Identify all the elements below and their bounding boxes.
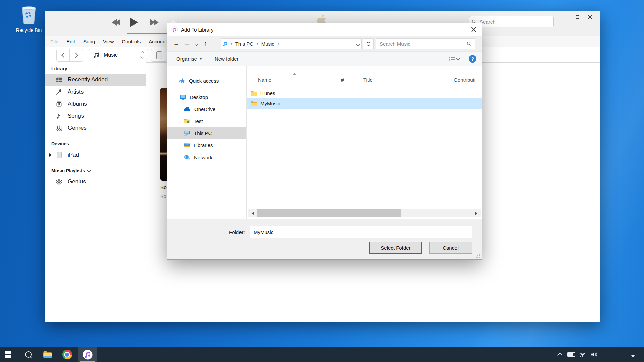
action-center-button[interactable] <box>627 347 638 362</box>
chevron-left-icon <box>61 53 66 58</box>
play-button[interactable] <box>130 17 138 29</box>
taskbar-itunes[interactable] <box>78 347 97 362</box>
menu-song[interactable]: Song <box>83 39 95 44</box>
itunes-icon <box>83 350 93 360</box>
column-header-number[interactable]: # <box>341 75 344 85</box>
column-header-name[interactable]: Name <box>258 75 271 85</box>
nav-forward-icon[interactable]: → <box>182 40 193 47</box>
itunes-search-input[interactable] <box>479 19 544 25</box>
breadcrumb-music[interactable]: Music <box>261 41 274 47</box>
place-onedrive[interactable]: OneDrive <box>167 103 246 115</box>
file-row-mymusic[interactable]: MyMusic <box>247 98 482 109</box>
column-header-contributing[interactable]: Contributi <box>454 75 481 85</box>
itunes-search-box[interactable] <box>469 16 554 27</box>
sidebar-item-label: Genres <box>68 125 87 131</box>
new-folder-button[interactable]: New folder <box>215 56 239 62</box>
dialog-search-box[interactable] <box>376 38 475 49</box>
sidebar-item-label: iPad <box>68 152 79 158</box>
place-label: Test <box>194 118 203 124</box>
refresh-button[interactable] <box>363 38 374 49</box>
column-separator[interactable] <box>337 75 337 84</box>
select-folder-button[interactable]: Select Folder <box>369 242 422 254</box>
sidebar-item-albums[interactable]: Albums <box>45 98 146 110</box>
sidebar-item-ipad[interactable]: iPad <box>45 149 146 161</box>
battery-icon <box>567 352 575 357</box>
taskbar-search-button[interactable] <box>20 347 36 362</box>
address-dropdown-icon[interactable] <box>357 41 359 47</box>
place-desktop[interactable]: Desktop <box>167 91 246 103</box>
place-libraries[interactable]: Libraries <box>167 139 246 151</box>
dialog-search-input[interactable] <box>379 41 464 47</box>
nav-history-chevron-icon[interactable] <box>193 41 200 47</box>
minimize-button[interactable] <box>559 12 570 22</box>
recycle-bin[interactable]: Recycle Bin <box>9 4 48 39</box>
close-button[interactable] <box>585 12 595 22</box>
battery-indicator[interactable] <box>566 347 577 362</box>
scrollbar-thumb[interactable] <box>257 209 401 217</box>
breadcrumb-this-pc[interactable]: This PC <box>235 41 253 47</box>
address-bar[interactable]: › This PC › Music › <box>221 38 362 49</box>
taskbar <box>0 347 644 362</box>
place-quick-access[interactable]: Quick access <box>167 75 246 87</box>
place-label: Network <box>194 155 212 160</box>
computer-icon <box>184 130 191 136</box>
expand-triangle-icon[interactable] <box>49 153 53 157</box>
dialog-places-sidebar: Quick access Desktop OneDrive Test <box>167 66 246 219</box>
breadcrumb-chevron-icon: › <box>277 40 280 47</box>
maximize-button[interactable] <box>572 12 583 22</box>
rewind-button[interactable] <box>112 19 120 26</box>
horizontal-scrollbar[interactable] <box>248 209 481 217</box>
device-button[interactable] <box>151 49 167 62</box>
organise-menu[interactable]: Organise <box>176 56 202 62</box>
place-network[interactable]: Network <box>167 151 246 163</box>
menu-view[interactable]: View <box>103 39 114 44</box>
taskbar-file-explorer[interactable] <box>40 347 56 362</box>
place-test[interactable]: Test <box>167 115 246 127</box>
chevron-updown-icon <box>141 52 144 58</box>
place-this-pc[interactable]: This PC <box>167 127 246 139</box>
folder-name-input[interactable] <box>250 229 472 235</box>
scroll-right-button[interactable] <box>473 209 481 217</box>
menu-file[interactable]: File <box>50 39 58 44</box>
menu-controls[interactable]: Controls <box>122 39 141 44</box>
scroll-left-button[interactable] <box>248 209 256 217</box>
file-row-itunes[interactable]: iTunes <box>247 88 482 98</box>
caret-down-icon <box>199 58 202 61</box>
file-name: iTunes <box>260 90 275 96</box>
column-separator[interactable] <box>360 75 360 84</box>
sidebar-item-songs[interactable]: Songs <box>45 110 146 122</box>
column-header-title[interactable]: Title <box>363 75 373 85</box>
search-icon <box>25 351 32 358</box>
view-options-button[interactable] <box>448 56 459 61</box>
itunes-sidebar: Library Recently Added Artists Albums <box>45 62 146 322</box>
menu-account[interactable]: Account <box>149 39 167 44</box>
sidebar-item-genius[interactable]: Genius <box>45 176 146 188</box>
cancel-button[interactable]: Cancel <box>429 242 472 254</box>
playlists-section-header[interactable]: Music Playlists <box>45 166 146 176</box>
sidebar-item-recently-added[interactable]: Recently Added <box>45 74 146 86</box>
menu-edit[interactable]: Edit <box>66 39 75 44</box>
dialog-close-button[interactable] <box>466 23 482 36</box>
forward-button[interactable] <box>150 19 159 26</box>
folder-name-field[interactable] <box>250 226 472 238</box>
nav-back-icon[interactable]: ← <box>171 40 182 47</box>
resize-grip[interactable] <box>476 254 480 258</box>
add-to-library-dialog: Add To Library ← → ↑ › This PC › Music › <box>167 23 482 260</box>
hidden-icons-button[interactable] <box>554 347 566 362</box>
sidebar-item-genres[interactable]: Genres <box>45 122 146 134</box>
search-icon <box>472 19 477 24</box>
sidebar-item-artists[interactable]: Artists <box>45 86 146 98</box>
nav-up-icon[interactable]: ↑ <box>200 40 211 47</box>
column-separator[interactable] <box>451 75 451 84</box>
start-button[interactable] <box>0 347 16 362</box>
forward-nav-button[interactable] <box>69 49 83 62</box>
chevron-down-icon <box>87 168 91 172</box>
folder-icon <box>251 101 257 106</box>
back-button[interactable] <box>56 49 70 62</box>
network-indicator[interactable] <box>577 347 588 362</box>
library-selector[interactable]: Music <box>89 49 148 61</box>
help-button[interactable]: ? <box>469 55 476 63</box>
volume-slider-track[interactable] <box>127 33 172 34</box>
volume-indicator[interactable] <box>588 347 600 362</box>
taskbar-chrome[interactable] <box>59 347 75 362</box>
